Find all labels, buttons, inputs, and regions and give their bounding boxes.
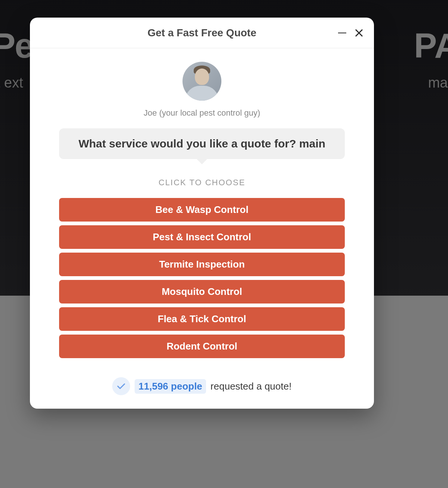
- close-button[interactable]: [355, 28, 363, 37]
- modal-title: Get a Fast Free Quote: [148, 27, 257, 39]
- question-bubble: What service would you like a quote for?…: [59, 128, 345, 159]
- modal-body: Joe (your local pest control guy) What s…: [30, 48, 374, 367]
- quote-modal: Get a Fast Free Quote Joe (your local pe…: [30, 18, 374, 409]
- modal-header: Get a Fast Free Quote: [30, 18, 374, 48]
- footer-suffix: requested a quote!: [211, 381, 292, 392]
- avatar-body-shape: [185, 86, 219, 101]
- option-termite[interactable]: Termite Inspection: [59, 253, 345, 276]
- option-flea-tick[interactable]: Flea & Tick Control: [59, 307, 345, 331]
- option-pest-insect[interactable]: Pest & Insect Control: [59, 225, 345, 249]
- avatar: [182, 62, 221, 101]
- option-bee-wasp[interactable]: Bee & Wasp Control: [59, 198, 345, 222]
- modal-controls: [337, 28, 363, 38]
- service-options: Bee & Wasp Control Pest & Insect Control…: [59, 198, 345, 358]
- option-mosquito[interactable]: Mosquito Control: [59, 280, 345, 304]
- quote-count: 11,596 people: [135, 379, 206, 394]
- close-icon: [355, 28, 363, 37]
- check-icon: [116, 381, 126, 391]
- avatar-caption: Joe (your local pest control guy): [144, 108, 260, 118]
- avatar-head-shape: [195, 68, 209, 85]
- choose-label: CLICK TO CHOOSE: [159, 178, 245, 187]
- minimize-icon: [337, 28, 347, 38]
- question-text: What service would you like a quote for?…: [70, 137, 334, 150]
- option-rodent[interactable]: Rodent Control: [59, 335, 345, 358]
- minimize-button[interactable]: [337, 28, 347, 38]
- check-badge: [112, 377, 130, 395]
- modal-footer: 11,596 people requested a quote!: [30, 367, 374, 409]
